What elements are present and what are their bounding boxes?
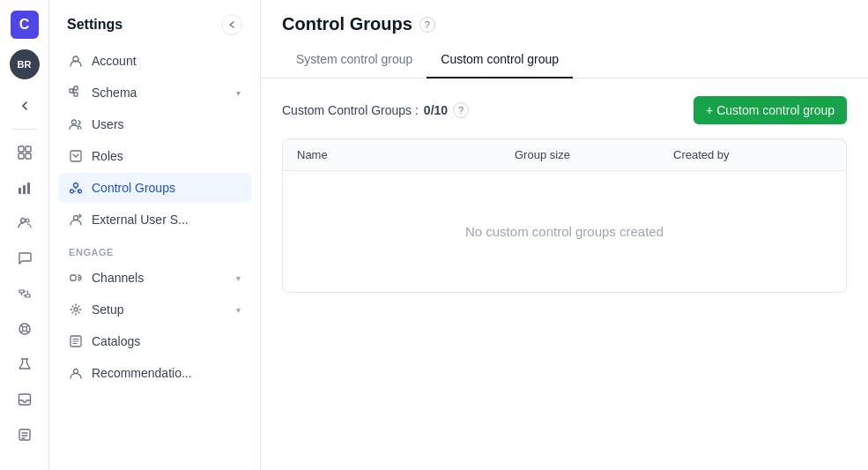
support-icon <box>18 322 32 336</box>
svg-point-7 <box>20 219 25 223</box>
svg-rect-1 <box>26 146 31 152</box>
col-created-by: Created by <box>673 148 832 161</box>
inbox-nav-button[interactable] <box>9 384 41 415</box>
page-title: Control Groups <box>282 14 412 34</box>
svg-rect-5 <box>23 185 26 194</box>
svg-point-23 <box>74 183 78 188</box>
svg-rect-6 <box>27 183 30 194</box>
inbox-icon <box>18 392 32 407</box>
col-name: Name <box>297 148 515 161</box>
table-header: Name Group size Created by <box>283 139 846 171</box>
svg-rect-22 <box>70 151 81 161</box>
people-nav-button[interactable] <box>9 207 41 239</box>
tab-system-control-group[interactable]: System control group <box>282 45 427 78</box>
chevron-down-icon: ▾ <box>236 305 241 315</box>
report-nav-button[interactable] <box>9 419 41 451</box>
help-icon[interactable]: ? <box>419 17 435 33</box>
control-groups-icon <box>69 181 83 195</box>
catalogs-icon <box>69 334 83 348</box>
main-header: Control Groups ? System control group Cu… <box>261 0 868 78</box>
svg-rect-12 <box>19 394 30 405</box>
flow-icon <box>18 287 32 301</box>
svg-rect-2 <box>19 153 24 159</box>
sidebar-collapse-button[interactable] <box>221 14 242 35</box>
sidebar-item-label: Users <box>92 117 124 131</box>
svg-rect-0 <box>19 146 24 152</box>
sidebar-item-label: Roles <box>92 149 123 163</box>
sidebar-item-label: External User S... <box>92 213 189 227</box>
sidebar-header: Settings <box>49 0 260 46</box>
tabs: System control group Custom control grou… <box>282 45 847 78</box>
sidebar-item-label: Channels <box>92 271 144 285</box>
sidebar-item-label: Control Groups <box>92 181 175 195</box>
account-icon <box>69 54 83 68</box>
sidebar-item-label: Setup <box>92 302 124 317</box>
counter-text: Custom Control Groups : 0/10 ? <box>282 102 469 118</box>
svg-point-8 <box>26 219 29 222</box>
sidebar-item-catalogs[interactable]: Catalogs <box>58 326 251 356</box>
sidebar-item-setup[interactable]: Setup ▾ <box>58 295 251 325</box>
sidebar-item-label: Recommendatio... <box>92 366 192 380</box>
sidebar-item-label: Catalogs <box>92 334 140 348</box>
svg-point-24 <box>70 190 74 193</box>
tab-custom-control-group[interactable]: Custom control group <box>427 45 573 78</box>
report-icon <box>18 428 32 442</box>
svg-point-34 <box>74 369 78 374</box>
sidebar-nav: Account Schema ▾ Users <box>49 46 260 470</box>
icon-bar: C BR <box>0 0 49 470</box>
sidebar-item-label: Account <box>92 54 137 68</box>
app-logo[interactable]: C <box>11 11 39 39</box>
svg-point-21 <box>72 120 77 124</box>
sidebar-item-control-groups[interactable]: Control Groups <box>58 173 251 203</box>
svg-rect-4 <box>19 188 21 194</box>
users-icon <box>69 117 83 131</box>
svg-rect-18 <box>70 89 73 93</box>
chevron-left-icon <box>227 20 236 29</box>
chat-icon <box>18 251 32 265</box>
toolbar-row: Custom Control Groups : 0/10 ? + Custom … <box>282 96 847 124</box>
sidebar-item-roles[interactable]: Roles <box>58 141 251 171</box>
back-icon <box>19 100 31 112</box>
main-body: Custom Control Groups : 0/10 ? + Custom … <box>261 78 868 470</box>
flask-icon <box>18 357 32 371</box>
sidebar: Settings Account Schema ▾ <box>49 0 261 470</box>
analytics-nav-button[interactable] <box>9 172 41 204</box>
svg-rect-3 <box>26 153 31 159</box>
main-title-row: Control Groups ? <box>282 14 847 34</box>
add-custom-control-group-button[interactable]: + Custom control group <box>694 96 847 124</box>
analytics-icon <box>18 181 32 195</box>
roles-icon <box>69 149 83 163</box>
icon-bar-divider <box>12 129 37 130</box>
flask-nav-button[interactable] <box>9 348 41 380</box>
avatar[interactable]: BR <box>10 49 40 79</box>
main-content: Control Groups ? System control group Cu… <box>261 0 868 470</box>
channels-icon <box>69 271 83 285</box>
sidebar-item-schema[interactable]: Schema ▾ <box>58 78 251 108</box>
grid-nav-button[interactable] <box>9 137 41 168</box>
sidebar-item-recommendations[interactable]: Recommendatio... <box>58 358 251 388</box>
counter-help-icon[interactable]: ? <box>453 102 469 118</box>
svg-rect-28 <box>70 275 76 280</box>
counter-label: Custom Control Groups : <box>282 103 419 117</box>
col-group-size: Group size <box>515 148 673 161</box>
chat-nav-button[interactable] <box>9 242 41 274</box>
sidebar-title: Settings <box>67 17 122 33</box>
sidebar-item-account[interactable]: Account <box>58 46 251 76</box>
sidebar-item-label: Schema <box>92 86 137 100</box>
grid-icon <box>18 145 32 160</box>
table-empty-message: No custom control groups created <box>283 171 846 292</box>
external-user-icon <box>69 213 83 227</box>
control-groups-table: Name Group size Created by No custom con… <box>282 138 847 293</box>
people-icon <box>18 216 32 230</box>
sidebar-item-channels[interactable]: Channels ▾ <box>58 263 251 293</box>
schema-icon <box>69 86 83 100</box>
flow-nav-button[interactable] <box>9 278 41 310</box>
counter-value: 0/10 <box>424 103 448 117</box>
svg-point-29 <box>74 308 78 311</box>
engage-section-label: ENGAGE <box>58 236 251 263</box>
support-nav-button[interactable] <box>9 313 41 345</box>
sidebar-item-users[interactable]: Users <box>58 109 251 139</box>
svg-rect-19 <box>74 86 78 90</box>
sidebar-item-external-user[interactable]: External User S... <box>58 205 251 235</box>
back-button[interactable] <box>9 90 41 122</box>
